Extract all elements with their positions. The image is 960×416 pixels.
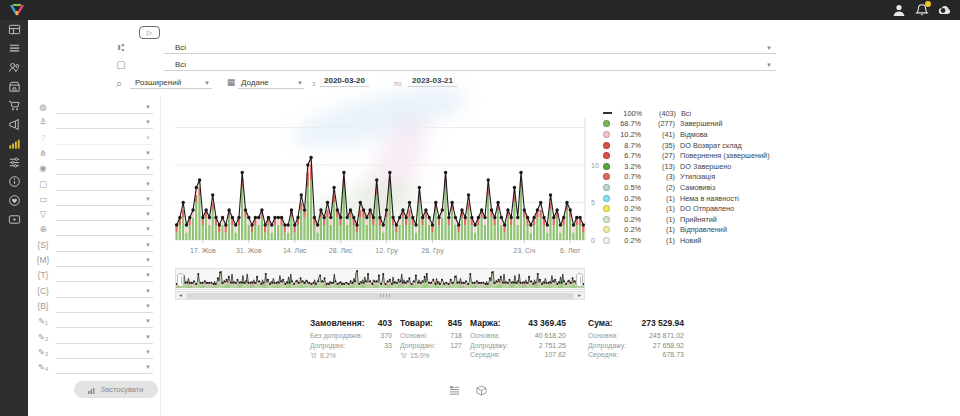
package-filter-icon: ▢ (36, 179, 50, 189)
utm-content-filter[interactable]: {B}▼ (28, 301, 161, 315)
fingerprint-filter[interactable]: ◉▼ (28, 163, 161, 177)
package-view-icon[interactable] (476, 385, 487, 396)
nav-video-icon[interactable] (0, 210, 28, 229)
legend-item[interactable]: 0.2%(1)Новий (603, 235, 770, 246)
legend-item[interactable]: 0.2%(1)Нема в наявності (603, 193, 770, 204)
chevron-down-icon: ▼ (145, 257, 151, 263)
date-from-input[interactable]: 2020-03-20 (320, 76, 369, 87)
help-filter[interactable]: ?▼ (28, 133, 161, 147)
legend-item[interactable]: 68.7%(277)Завершений (603, 119, 770, 130)
help-video-icon[interactable]: ▷ (139, 26, 160, 39)
nav-store-icon[interactable] (0, 77, 28, 96)
chart-brush[interactable] (175, 268, 585, 290)
brand-logo-icon[interactable] (9, 2, 25, 18)
chevron-down-icon: ▼ (145, 196, 151, 202)
nav-orders-icon[interactable] (0, 39, 28, 58)
legend-item[interactable]: 100%(403)Всі (603, 108, 770, 119)
level-filter[interactable]: ≙▼ (28, 117, 161, 131)
legend-dot-swatch (603, 163, 610, 170)
help-filter-icon: ? (36, 133, 50, 143)
custom-field-2-filter[interactable]: ✎₂▼ (28, 332, 161, 346)
source-filter-icon: ◍ (36, 102, 50, 112)
legend-item[interactable]: 10.2%(41)Відмова (603, 129, 770, 140)
payment-filter-icon: ▭ (36, 194, 50, 204)
nav-campaigns-icon[interactable] (0, 115, 28, 134)
brush-handle-left[interactable] (177, 273, 184, 287)
legend-item[interactable]: 3.2%(13)DO Завершено (603, 161, 770, 172)
mini-chart-icon (88, 386, 96, 394)
nav-cart-icon[interactable] (0, 96, 28, 115)
search-icon[interactable]: ⌕ (112, 77, 126, 90)
user-avatar-icon[interactable] (892, 3, 906, 17)
nav-statistics-icon[interactable] (0, 134, 28, 153)
package-filter[interactable]: ▢▼ (28, 179, 161, 193)
region-filter[interactable]: ⊕▼ (28, 224, 161, 238)
stat-column: Маржа:43 369.45Основна:40 618.20Допродаж… (470, 318, 566, 361)
status-filter-value: Всі (175, 43, 186, 52)
chevron-down-icon: ▼ (145, 211, 151, 217)
legend-dot-swatch (603, 131, 610, 138)
chevron-down-icon: ▼ (145, 272, 151, 278)
calendar-icon: ▦ (224, 77, 238, 87)
chart-legend: 100%(403)Всі68.7%(277)Завершений10.2%(41… (603, 108, 770, 246)
date-to-input[interactable]: 2023-03-21 (408, 76, 457, 87)
legend-item[interactable]: 0.2%(1)Відправлений (603, 225, 770, 236)
nav-care-icon[interactable] (0, 191, 28, 210)
stat-sub-row: Середня:678.73 (588, 351, 684, 361)
search-mode-select[interactable]: Розширений ▼ (130, 75, 212, 89)
custom-field-2-filter-icon: ✎₂ (36, 332, 50, 342)
chevron-down-icon: ▼ (145, 104, 151, 110)
nav-dashboard-icon[interactable] (0, 20, 28, 39)
stat-title-row: Сума:273 529.94 (588, 318, 684, 328)
status-tree-icon: ⑆ (114, 42, 128, 53)
chevron-down-icon: ▼ (297, 80, 303, 86)
notifications-bell-icon[interactable] (915, 3, 929, 17)
svg-text:31. Жов: 31. Жов (236, 247, 262, 254)
utm-medium-filter[interactable]: {M}▼ (28, 255, 161, 269)
svg-text:28. Лис: 28. Лис (329, 247, 353, 254)
utm-campaign-filter[interactable]: {C}▼ (28, 286, 161, 300)
svg-text:14. Лис: 14. Лис (283, 247, 307, 254)
scroll-left-icon[interactable]: ◂ (176, 292, 185, 299)
legend-item[interactable]: 0.7%(3)Утилізація (603, 172, 770, 183)
orders-chart[interactable]: 051017. Жов31. Жов14. Лис28. Лис12. Гру2… (175, 98, 607, 260)
date-field-value: Додане (241, 78, 269, 87)
chevron-down-icon: ▼ (145, 288, 151, 294)
upsell-percent: 8.2% (310, 352, 392, 359)
legend-dot-swatch (603, 120, 610, 127)
legend-item[interactable]: 0.5%(2)Самовивіз (603, 182, 770, 193)
legend-item[interactable]: 8.7%(35)DO Возврат склад (603, 140, 770, 151)
svg-text:23. Січ: 23. Січ (513, 247, 535, 254)
list-view-icon[interactable] (449, 385, 460, 396)
custom-field-3-filter[interactable]: ✎₃▼ (28, 347, 161, 361)
utm-source-filter-icon: {S} (36, 240, 50, 250)
scrollbar-thumb[interactable] (186, 293, 574, 299)
apply-button[interactable]: Застосувати (74, 381, 158, 398)
scroll-right-icon[interactable]: ▸ (575, 292, 584, 299)
nav-clients-icon[interactable] (0, 58, 28, 77)
legend-item[interactable]: 0.2%(1)Прийнятий (603, 214, 770, 225)
nav-settings-icon[interactable] (0, 153, 28, 172)
legend-item[interactable]: 0.2%(1)DO Отправлено (603, 203, 770, 214)
payment-filter[interactable]: ▭▼ (28, 194, 161, 208)
funnel-filter[interactable]: ▽▼ (28, 209, 161, 223)
chart-scrollbar[interactable]: ◂ ▸ (175, 291, 585, 300)
source-filter[interactable]: ◍▼ (28, 102, 161, 116)
weather-cloud-icon[interactable] (938, 3, 952, 17)
stat-column: Замовлення:403Без допродажів:370Допродан… (310, 318, 392, 359)
utm-term-filter[interactable]: {T}▼ (28, 270, 161, 284)
nav-info-icon[interactable] (0, 172, 28, 191)
legend-item[interactable]: 6.7%(27)Повернення (завершений) (603, 150, 770, 161)
brush-handle-right[interactable] (576, 273, 583, 287)
custom-field-4-filter[interactable]: ✎₄▼ (28, 362, 161, 376)
date-field-select[interactable]: Додане ▼ (238, 75, 304, 89)
product-filter-select[interactable]: Всі ▼ (164, 57, 776, 71)
legend-dot-swatch (603, 173, 610, 180)
utm-campaign-filter-icon: {C} (36, 286, 50, 296)
status-filter-select[interactable]: Всі ▼ (164, 40, 776, 54)
utm-medium-filter-icon: {M} (36, 255, 50, 265)
hierarchy-filter[interactable]: ⋔▼ (28, 148, 161, 162)
svg-text:26. Гру: 26. Гру (421, 247, 444, 255)
custom-field-1-filter[interactable]: ✎₁▼ (28, 316, 161, 330)
utm-source-filter[interactable]: {S}▼ (28, 240, 161, 254)
